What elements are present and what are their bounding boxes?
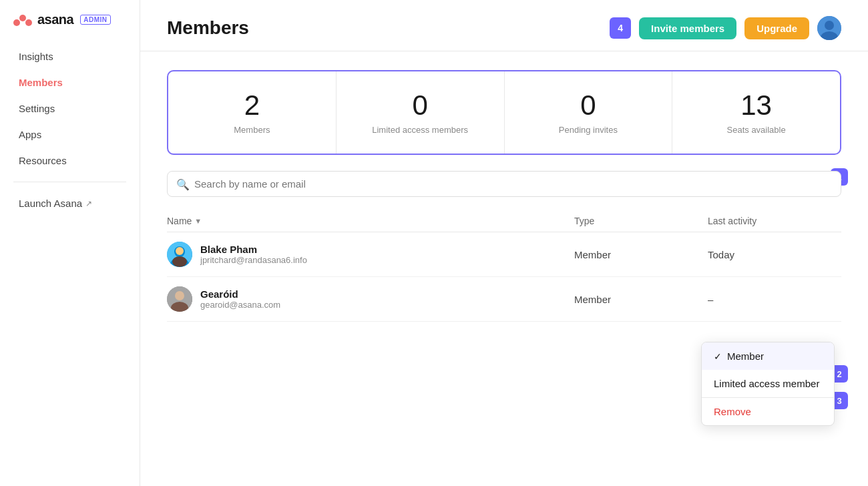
- gearoid-activity: –: [708, 294, 841, 305]
- stat-limited-access: 0 Limited access members: [337, 71, 505, 154]
- main-content: Members 4 Invite members Upgrade 2 Membe…: [140, 0, 868, 486]
- launch-asana-link[interactable]: Launch Asana ↗: [5, 191, 134, 216]
- svg-point-12: [175, 291, 184, 300]
- blake-type: Member: [574, 249, 708, 260]
- dropdown-item-member[interactable]: ✓ Member: [702, 342, 834, 370]
- asana-wordmark: asana: [37, 12, 73, 27]
- col-header-activity: Last activity: [708, 216, 841, 226]
- stat-limited-number: 0: [412, 90, 427, 121]
- stat-seats-label: Seats available: [727, 125, 786, 135]
- sidebar-item-apps[interactable]: Apps: [5, 122, 134, 147]
- col-header-type: Type: [574, 216, 708, 226]
- stat-members-label: Members: [234, 125, 270, 135]
- stat-limited-label: Limited access members: [372, 125, 468, 135]
- sidebar-navigation: Insights Members Settings Apps Resources…: [0, 43, 140, 216]
- sort-arrow-icon: ▼: [194, 217, 202, 225]
- gearoid-details: Gearóid gearoid@asana.com: [200, 288, 280, 310]
- blake-name: Blake Pham: [200, 244, 307, 255]
- blake-avatar-image: [167, 242, 192, 267]
- stat-seats-number: 13: [740, 90, 772, 121]
- sidebar-item-settings[interactable]: Settings: [5, 96, 134, 121]
- gearoid-name: Gearóid: [200, 288, 280, 300]
- svg-point-1: [13, 19, 20, 26]
- svg-point-9: [176, 247, 184, 255]
- table-header: Name ▼ Type Last activity: [167, 210, 841, 232]
- gearoid-avatar-image: [167, 286, 192, 312]
- invite-members-button[interactable]: Invite members: [639, 17, 736, 39]
- svg-point-2: [25, 19, 32, 26]
- check-icon: ✓: [714, 351, 722, 362]
- search-container: 🔍: [167, 171, 841, 197]
- stat-pending-label: Pending invites: [559, 125, 618, 135]
- sidebar-divider: [13, 182, 126, 182]
- search-icon: 🔍: [176, 178, 190, 190]
- asana-logo-icon: [13, 13, 32, 27]
- table-row: Gearóid gearoid@asana.com Member –: [167, 277, 841, 322]
- stat-members-number: 2: [244, 90, 260, 121]
- avatar-gearoid: [167, 286, 192, 312]
- dropdown-menu: ✓ Member Limited access member Remove: [701, 342, 835, 426]
- sidebar-logo: asana ADMIN: [0, 0, 140, 43]
- avatar-blake: [167, 242, 192, 267]
- sidebar-item-insights[interactable]: Insights: [5, 44, 134, 69]
- stat-pending: 0 Pending invites: [505, 71, 673, 154]
- svg-point-0: [19, 15, 26, 21]
- page-header: Members 4 Invite members Upgrade: [140, 0, 868, 51]
- svg-point-4: [825, 21, 834, 30]
- notification-badge[interactable]: 4: [610, 17, 631, 39]
- member-info-gearoid: Gearóid gearoid@asana.com: [167, 286, 574, 312]
- stat-members: 2 Members: [168, 71, 337, 154]
- admin-badge: ADMIN: [80, 15, 110, 25]
- table-row: Blake Pham jpritchard@randasana6.info Me…: [167, 232, 841, 277]
- blake-email: jpritchard@randasana6.info: [200, 255, 307, 265]
- dropdown-item-limited[interactable]: Limited access member: [702, 370, 834, 397]
- member-info-blake: Blake Pham jpritchard@randasana6.info: [167, 242, 574, 267]
- col-header-name[interactable]: Name ▼: [167, 216, 574, 226]
- gearoid-type: Member: [574, 294, 708, 305]
- page-title: Members: [167, 17, 249, 39]
- blake-details: Blake Pham jpritchard@randasana6.info: [200, 244, 307, 265]
- svg-point-10: [172, 256, 187, 267]
- sidebar: asana ADMIN Insights Members Settings Ap…: [0, 0, 140, 486]
- avatar-image: [817, 16, 841, 40]
- blake-activity: Today: [708, 249, 841, 260]
- gearoid-email: gearoid@asana.com: [200, 300, 280, 310]
- sidebar-item-resources[interactable]: Resources: [5, 148, 134, 173]
- header-actions: 4 Invite members Upgrade: [610, 16, 841, 40]
- stat-pending-number: 0: [580, 90, 596, 121]
- sidebar-item-members[interactable]: Members: [5, 70, 134, 95]
- dropdown-item-remove[interactable]: Remove: [702, 398, 834, 425]
- upgrade-button[interactable]: Upgrade: [744, 17, 809, 39]
- content-area: 2 Members 0 Limited access members 0 Pen…: [140, 51, 868, 486]
- stats-container: 2 Members 0 Limited access members 0 Pen…: [167, 70, 841, 155]
- search-input[interactable]: [167, 171, 841, 197]
- stat-seats: 13 Seats available: [672, 71, 840, 154]
- user-avatar[interactable]: [817, 16, 841, 40]
- external-link-icon: ↗: [85, 199, 92, 208]
